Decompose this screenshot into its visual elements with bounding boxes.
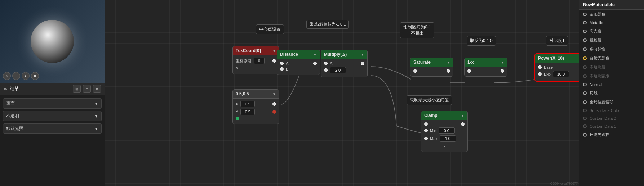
node-texcoord-expand[interactable]: ▼ xyxy=(272,49,276,53)
node-multiply-header[interactable]: Multiply(,2) ▼ xyxy=(321,50,367,59)
preview-shape-1[interactable]: ○ xyxy=(3,72,11,80)
texcoord-out-pin[interactable] xyxy=(272,59,276,63)
node-multiply-expand[interactable]: ▼ xyxy=(361,53,364,56)
world-offset-label: 全局位置偏移 xyxy=(590,99,613,105)
clamp-max-input[interactable] xyxy=(440,135,456,142)
material-item-metallic[interactable]: Metallic xyxy=(579,19,644,27)
material-item-opacity[interactable]: 不透明度 xyxy=(579,63,644,72)
node-clamp-in-row xyxy=(424,122,465,126)
const-x-input[interactable] xyxy=(240,101,255,107)
const-out-pin[interactable] xyxy=(236,117,239,120)
node-distance[interactable]: Distance ▼ A B xyxy=(277,50,320,75)
grid-button[interactable]: ⊞ xyxy=(73,85,81,93)
node-texcoord[interactable]: TexCoord[0] ▼ 坐标索引 ∨ xyxy=(232,46,279,74)
preview-shape-4[interactable]: ◼ xyxy=(31,72,39,80)
power-exp-in-pin[interactable] xyxy=(538,72,542,76)
clamp-min-pin[interactable] xyxy=(424,129,428,132)
preview-shape-3[interactable]: ● xyxy=(22,72,30,80)
material-item-roughness[interactable]: 粗糙度 xyxy=(579,36,644,45)
preview-area: ○ — ● ◼ xyxy=(0,0,105,83)
node-distance-a-row: A xyxy=(280,61,317,65)
distance-a-in-pin[interactable] xyxy=(280,62,284,65)
node-power[interactable]: Power(X, 10) ▼ Base Exp xyxy=(534,53,579,82)
saturate-in-pin[interactable] xyxy=(413,69,417,73)
clamp-min-input[interactable] xyxy=(439,127,455,134)
clamp-out-pin[interactable] xyxy=(461,122,465,126)
texcoord-index-input[interactable] xyxy=(254,58,265,64)
lighting-dropdown[interactable]: 默认光照 ▼ xyxy=(3,123,102,134)
clamp-expand2[interactable]: ∨ xyxy=(443,143,446,148)
distance-out-pin[interactable] xyxy=(313,62,317,65)
opacity-label: 不透明度 xyxy=(590,64,605,70)
node-clamp-min-row: Min xyxy=(424,127,465,134)
edit-icon: ✏ xyxy=(4,86,8,92)
node-clamp-max-row: Max xyxy=(424,135,465,142)
node-power-base-row: Base xyxy=(538,65,579,69)
oneminusx-in-pin[interactable] xyxy=(467,69,471,73)
node-clamp-expand-row: ∨ xyxy=(424,143,465,148)
multiply-a-in-pin[interactable] xyxy=(324,62,328,65)
node-clamp-header[interactable]: Clamp ▼ xyxy=(421,111,467,120)
node-const-header[interactable]: 0.5,0.5 ▼ xyxy=(233,90,279,99)
node-distance-expand[interactable]: ▼ xyxy=(313,53,317,56)
normal-label: Normal xyxy=(590,82,602,87)
node-power-header[interactable]: Power(X, 10) ▼ xyxy=(535,54,579,63)
node-oneminusx[interactable]: 1-x ▼ xyxy=(464,58,507,77)
const-x-label: X xyxy=(236,102,238,106)
material-item-opacity-mask[interactable]: 不透明蒙版 xyxy=(579,72,644,81)
const-y-pin[interactable] xyxy=(272,110,276,114)
node-distance-body: A B xyxy=(277,59,320,75)
distance-b-in-pin[interactable] xyxy=(280,67,284,71)
node-distance-header[interactable]: Distance ▼ xyxy=(277,50,320,59)
clamp-in-pin[interactable] xyxy=(424,122,428,126)
node-saturate-header[interactable]: Saturate ▼ xyxy=(410,58,453,67)
material-item-custom0[interactable]: Custom Data 0 xyxy=(579,114,644,122)
preview-shape-2[interactable]: — xyxy=(12,72,20,80)
saturate-out-pin[interactable] xyxy=(447,69,450,73)
opacity-mask-dot xyxy=(583,74,587,78)
power-base-in-pin[interactable] xyxy=(538,65,542,69)
node-oneminusx-expand[interactable]: ▼ xyxy=(501,60,504,64)
close-button[interactable]: × xyxy=(93,85,101,93)
const-x-pin[interactable] xyxy=(272,102,276,106)
material-item-normal[interactable]: Normal xyxy=(579,81,644,89)
node-oneminusx-row xyxy=(467,69,504,73)
node-saturate-expand[interactable]: ▼ xyxy=(447,60,450,64)
node-clamp-expand[interactable]: ▼ xyxy=(461,114,465,118)
opacity-dropdown[interactable]: 不透明 ▼ xyxy=(3,111,102,121)
node-const-expand[interactable]: ▼ xyxy=(272,92,276,96)
subsurface-label: Subsurface Color xyxy=(590,108,620,113)
material-item-custom1[interactable]: Custom Data 1 xyxy=(579,122,644,130)
emissive-dot xyxy=(583,56,587,60)
material-item-world-offset[interactable]: 全局位置偏移 xyxy=(579,97,644,106)
node-multiply[interactable]: Multiply(,2) ▼ A xyxy=(321,50,368,77)
node-saturate[interactable]: Saturate ▼ xyxy=(410,58,453,77)
material-items-list: 基础颜色 Metallic 高光度 粗糙度 各向异性 自发光颜色 不透明度 不 xyxy=(579,10,644,139)
oneminusx-out-pin[interactable] xyxy=(501,69,504,73)
material-item-emissive[interactable]: 自发光颜色 xyxy=(579,54,644,63)
node-texcoord-row1: 坐标索引 xyxy=(236,58,276,64)
material-item-subsurface[interactable]: Subsurface Color xyxy=(579,106,644,114)
material-item-aniso[interactable]: 各向异性 xyxy=(579,45,644,54)
material-item-ao[interactable]: 环境光遮挡 xyxy=(579,130,644,139)
power-exp-input[interactable] xyxy=(553,71,569,77)
multiply-b-in-pin[interactable] xyxy=(324,68,328,72)
material-item-specular[interactable]: 高光度 xyxy=(579,27,644,36)
texcoord-expand2[interactable]: ∨ xyxy=(236,65,239,71)
node-const[interactable]: 0.5,0.5 ▼ X Y xyxy=(232,89,279,124)
node-oneminusx-header[interactable]: 1-x ▼ xyxy=(465,58,507,67)
material-item-tangent[interactable]: 切线 xyxy=(579,89,644,97)
multiply-b-input[interactable] xyxy=(330,67,346,73)
surface-dropdown[interactable]: 表面 ▼ xyxy=(3,98,102,109)
material-item-base-color[interactable]: 基础颜色 xyxy=(579,10,644,19)
clamp-max-pin[interactable] xyxy=(424,137,428,140)
node-clamp[interactable]: Clamp ▼ Min Max ∨ xyxy=(421,111,468,152)
node-texcoord-header[interactable]: TexCoord[0] ▼ xyxy=(233,46,279,55)
material-canvas[interactable]: 中心点设置 乘以2数值转为-1 0 1 钳制区间为0-1不超出 取反为0 1 0… xyxy=(105,0,579,186)
settings-button[interactable]: ⚙ xyxy=(83,85,91,93)
node-texcoord-row2: ∨ xyxy=(236,65,276,71)
multiply-out-pin[interactable] xyxy=(361,62,364,65)
const-y-input[interactable] xyxy=(240,109,255,115)
lighting-arrow: ▼ xyxy=(94,126,98,131)
node-distance-b-row: B xyxy=(280,67,317,71)
